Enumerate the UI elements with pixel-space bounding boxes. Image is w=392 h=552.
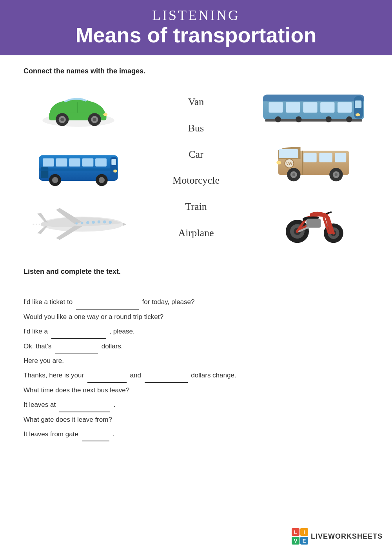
svg-rect-38 bbox=[263, 99, 364, 102]
svg-point-51 bbox=[346, 117, 352, 122]
section-listen: Listen and complete the text. I'd like a… bbox=[0, 264, 392, 453]
section-connect: Connect the names with the images. bbox=[0, 55, 392, 264]
bus-icon bbox=[31, 144, 125, 189]
svg-point-49 bbox=[296, 117, 301, 122]
svg-rect-40 bbox=[286, 102, 300, 113]
blank-4[interactable] bbox=[87, 374, 127, 383]
svg-text:VW: VW bbox=[286, 162, 292, 166]
svg-point-48 bbox=[275, 117, 281, 122]
svg-point-62 bbox=[292, 173, 295, 177]
blank-3[interactable] bbox=[55, 345, 98, 353]
svg-line-79 bbox=[327, 212, 331, 214]
svg-rect-24 bbox=[39, 169, 118, 171]
svg-point-65 bbox=[335, 173, 338, 177]
transport-labels: Van Bus Car Motorcycle Train Airplane bbox=[172, 87, 220, 244]
svg-rect-54 bbox=[279, 149, 298, 158]
left-vehicle-images bbox=[24, 87, 133, 244]
blank-1[interactable] bbox=[76, 301, 139, 310]
sentence-7: What time does the next bus leave? bbox=[24, 383, 368, 397]
svg-rect-14 bbox=[56, 158, 67, 167]
svg-rect-45 bbox=[355, 101, 361, 108]
svg-point-7 bbox=[93, 118, 96, 121]
svg-point-29 bbox=[103, 220, 106, 224]
svg-point-23 bbox=[99, 177, 105, 183]
svg-point-28 bbox=[98, 220, 101, 224]
label-car: Car bbox=[189, 146, 203, 164]
train-icon bbox=[261, 87, 367, 128]
header-title: Means of transportation bbox=[8, 24, 384, 47]
sentence-2: Would you like a one way or a round trip… bbox=[24, 310, 368, 324]
svg-point-50 bbox=[326, 117, 332, 122]
svg-rect-39 bbox=[269, 102, 283, 113]
svg-point-31 bbox=[86, 221, 89, 224]
blank-5[interactable] bbox=[145, 374, 188, 383]
sentence-10: It leaves from gate . bbox=[24, 427, 368, 441]
svg-rect-13 bbox=[43, 158, 54, 167]
svg-rect-17 bbox=[95, 158, 107, 167]
svg-rect-16 bbox=[82, 158, 94, 167]
right-vehicle-images: VW bbox=[259, 87, 368, 244]
label-train: Train bbox=[185, 198, 207, 216]
page-header: LISTENING Means of transportation bbox=[0, 0, 392, 55]
airplane-icon bbox=[29, 202, 127, 244]
brand-text: LIVEWORKSHEETS bbox=[311, 532, 383, 541]
sentence-4: Ok, that's dollars. bbox=[24, 339, 368, 353]
svg-point-66 bbox=[276, 161, 281, 165]
footer-brand: L I V E LIVEWORKSHEETS bbox=[291, 528, 383, 545]
section2-instruction: Listen and complete the text. bbox=[24, 268, 368, 276]
svg-rect-43 bbox=[338, 102, 352, 113]
svg-rect-75 bbox=[307, 219, 321, 228]
sentence-8: It leaves at . bbox=[24, 397, 368, 412]
svg-point-30 bbox=[109, 220, 112, 224]
svg-point-8 bbox=[103, 113, 107, 116]
svg-point-4 bbox=[60, 118, 64, 121]
sentence-9: What gate does it leave from? bbox=[24, 412, 368, 427]
motorcycle-icon bbox=[276, 197, 351, 244]
sentence-1: I'd like a ticket to for today, please? bbox=[24, 295, 368, 309]
svg-point-32 bbox=[81, 222, 83, 224]
car-green-icon bbox=[35, 88, 122, 131]
label-airplane: Airplane bbox=[178, 224, 214, 242]
svg-rect-57 bbox=[335, 153, 347, 162]
svg-point-25 bbox=[113, 170, 117, 173]
sentence-3: I'd like a , please. bbox=[24, 324, 368, 339]
svg-text:E: E bbox=[303, 538, 306, 544]
svg-rect-15 bbox=[69, 158, 80, 167]
label-bus: Bus bbox=[188, 119, 204, 138]
svg-text:I: I bbox=[303, 529, 305, 535]
blank-2[interactable] bbox=[51, 330, 106, 339]
svg-point-21 bbox=[52, 177, 58, 183]
svg-rect-42 bbox=[320, 102, 334, 113]
van-icon: VW bbox=[270, 140, 357, 185]
fill-text-block: I'd like a ticket to for today, please? … bbox=[24, 295, 368, 441]
svg-point-46 bbox=[356, 113, 360, 117]
svg-point-33 bbox=[75, 222, 78, 224]
svg-text:L: L bbox=[294, 529, 297, 535]
header-subtitle: LISTENING bbox=[8, 7, 384, 24]
blank-7[interactable] bbox=[82, 433, 109, 441]
svg-rect-56 bbox=[319, 153, 332, 162]
sentence-5: Here you are. bbox=[24, 353, 368, 368]
svg-point-27 bbox=[92, 220, 95, 224]
section1-instruction: Connect the names with the images. bbox=[24, 67, 368, 75]
svg-text:V: V bbox=[294, 538, 298, 544]
blank-6[interactable] bbox=[59, 404, 110, 412]
liveworksheets-logo: L I V E bbox=[291, 528, 309, 545]
svg-rect-18 bbox=[111, 159, 116, 165]
connect-exercise: Van Bus Car Motorcycle Train Airplane bbox=[24, 87, 368, 252]
label-van: Van bbox=[188, 93, 204, 111]
label-motorcycle: Motorcycle bbox=[172, 171, 220, 190]
svg-rect-55 bbox=[303, 153, 316, 162]
svg-rect-41 bbox=[303, 102, 317, 113]
sentence-6: Thanks, here is your and dollars change. bbox=[24, 368, 368, 383]
